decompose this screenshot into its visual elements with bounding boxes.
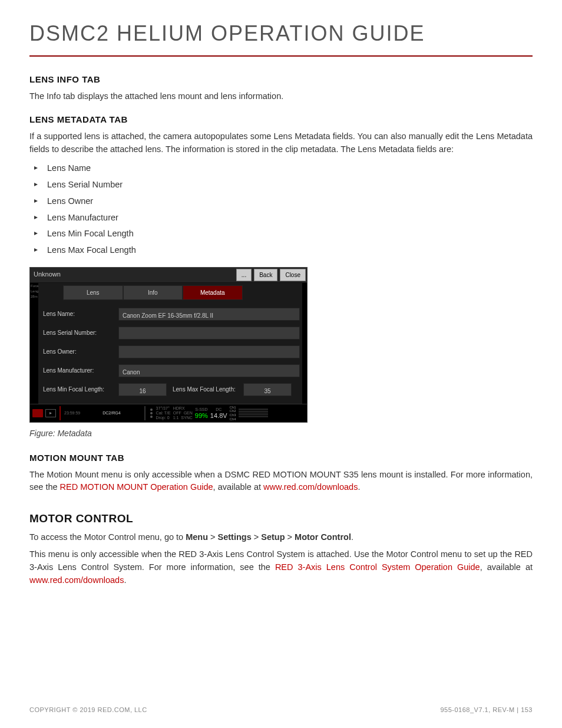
lens-owner-input[interactable] — [118, 345, 300, 358]
lens-mfr-label: Lens Manufacturer: — [41, 366, 116, 375]
para-motion-mount: The Motion Mount menu is only accessible… — [29, 469, 533, 495]
focal-length-readout: Focal Length: 28m — [30, 283, 38, 300]
link-red-downloads[interactable]: www.red.com/downloads — [263, 482, 358, 492]
link-motion-mount-guide[interactable]: RED MOTION MOUNT Operation Guide — [60, 482, 213, 492]
tab-lens[interactable]: Lens — [63, 285, 123, 300]
hdrx-readout: HDRX — [173, 406, 193, 411]
heading-motor-control: MOTOR CONTROL — [29, 510, 533, 528]
para-motor-body: This menu is only accessible when the RE… — [29, 548, 533, 587]
ssd-label: S-SSD — [195, 407, 207, 412]
sync-readout: 1:1 SYNC — [173, 416, 193, 420]
divider — [144, 406, 146, 420]
title-rule — [29, 55, 533, 57]
list-item: Lens Owner — [34, 193, 533, 210]
para-lens-info: The Info tab displays the attached lens … — [29, 90, 533, 103]
page-title: DSMC2 HELIUM OPERATION GUIDE — [29, 18, 533, 50]
lens-mfr-input[interactable]: Canon — [118, 364, 300, 377]
close-button[interactable]: Close — [280, 269, 306, 281]
mode-readout: DC2/RG4 — [103, 410, 120, 417]
temp-readout: 37°/37° — [156, 406, 171, 411]
page-footer: COPYRIGHT © 2019 RED.COM, LLC 955-0168_V… — [29, 705, 533, 715]
lens-serial-input[interactable] — [118, 327, 300, 340]
drop-readout: Drop: 0 — [156, 416, 171, 420]
link-red-downloads-2[interactable]: www.red.com/downloads — [29, 575, 124, 585]
timecode: 23:59:59 — [64, 411, 80, 416]
tab-empty — [243, 285, 303, 300]
list-item: Lens Name — [34, 160, 533, 177]
window-title: Unknown — [30, 268, 235, 282]
window-titlebar: Unknown ... Back Close — [30, 268, 307, 283]
heading-motion-mount: MOTION MOUNT TAB — [29, 452, 533, 465]
dc-label: DC — [216, 407, 222, 412]
lens-min-focal-input[interactable]: 16 — [118, 383, 167, 396]
side-label — [38, 285, 63, 300]
status-dots — [149, 407, 154, 419]
heading-lens-info: LENS INFO TAB — [29, 73, 533, 87]
list-item: Lens Serial Number — [34, 177, 533, 193]
metadata-fields-list: Lens Name Lens Serial Number Lens Owner … — [34, 160, 533, 259]
status-bar: ▸ 23:59:59 DC2/RG4 37°/37° Cal: T/E Drop… — [30, 404, 307, 422]
figure-caption: Figure: Metadata — [29, 427, 533, 440]
gen-readout: OFF GEN — [173, 411, 193, 416]
lens-serial-label: Lens Serial Number: — [41, 328, 116, 337]
link-3axis-guide[interactable]: RED 3-Axis Lens Control System Operation… — [275, 562, 480, 572]
more-button[interactable]: ... — [236, 269, 252, 281]
para-lens-metadata: If a supported lens is attached, the cam… — [29, 130, 533, 156]
lens-min-focal-label: Lens Min Focal Length: — [41, 385, 116, 394]
footer-copyright: COPYRIGHT © 2019 RED.COM, LLC — [29, 705, 147, 715]
cal-readout: Cal: T/E — [156, 411, 171, 416]
ch-label: Ch4 — [230, 417, 236, 421]
para-motor-nav: To access the Motor Control menu, go to … — [29, 531, 533, 544]
lens-name-input[interactable]: Canon Zoom EF 16-35mm f/2.8L II — [118, 308, 300, 321]
play-icon[interactable]: ▸ — [45, 409, 56, 417]
lens-max-focal-label: Lens Max Focal Length: — [169, 385, 241, 394]
list-item: Lens Manufacturer — [34, 210, 533, 226]
ch-label: Ch2 — [230, 409, 236, 413]
right-gutter — [302, 283, 307, 404]
camera-ui-screenshot: Unknown ... Back Close Focal Length: 28m… — [29, 267, 308, 423]
level-bar — [59, 406, 61, 420]
tab-info[interactable]: Info — [123, 285, 183, 300]
lens-name-label: Lens Name: — [41, 309, 116, 318]
audio-meters — [239, 409, 268, 417]
left-gutter: Focal Length: 28m — [30, 283, 38, 404]
ch-label: Ch3 — [230, 413, 236, 417]
list-item: Lens Max Focal Length — [34, 242, 533, 259]
footer-docid: 955-0168_V7.1, REV-M | 153 — [440, 705, 533, 715]
record-icon[interactable] — [32, 409, 43, 417]
back-button[interactable]: Back — [254, 269, 277, 281]
dc-value: 14.8V — [210, 412, 227, 419]
ch-label: Ch1 — [230, 406, 236, 410]
tab-metadata[interactable]: Metadata — [183, 285, 243, 300]
list-item: Lens Min Focal Length — [34, 226, 533, 242]
lens-owner-label: Lens Owner: — [41, 347, 116, 356]
heading-lens-metadata: LENS METADATA TAB — [29, 113, 533, 127]
ssd-value: 99% — [195, 412, 208, 419]
lens-max-focal-input[interactable]: 35 — [243, 383, 292, 396]
